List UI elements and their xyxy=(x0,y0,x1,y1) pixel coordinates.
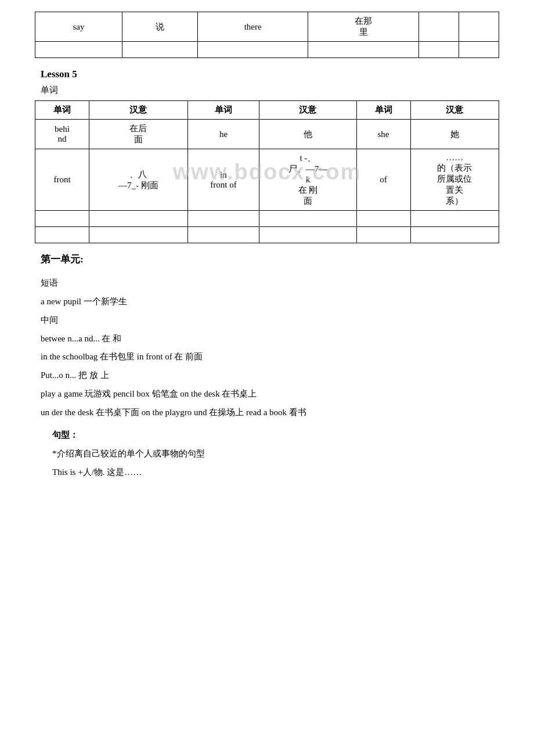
cell-empty2 xyxy=(459,12,499,42)
sentence-pattern-label: 句型： xyxy=(52,427,499,444)
vocab-row-empty2 xyxy=(35,227,499,243)
ve3 xyxy=(187,211,259,227)
phrase-6: play a game 玩游戏 pencil box 铅笔盒 on the de… xyxy=(41,386,499,402)
vocab-in-front-of: infront of xyxy=(187,149,259,211)
vocab-row-1: behind 在后面 he 他 she 她 xyxy=(35,120,499,149)
vocab-front-meaning: 、八—7_- 刚面 xyxy=(89,149,188,211)
header-meaning3: 汉意 xyxy=(410,101,499,120)
sentence-note-1: *介绍离自己较近的单个人或事物的句型 xyxy=(52,446,499,462)
cell-zaina: 在那里 xyxy=(308,12,419,42)
phrase-4: in the schoolbag 在书包里 in front of 在 前面 xyxy=(41,349,499,365)
unit-label-block: 第一单元: xyxy=(41,250,499,268)
ve2 xyxy=(89,211,188,227)
phrases-label: 短语 xyxy=(41,275,499,291)
vocab-row-2: front 、八—7_- 刚面 infront of t -、尸、—7—k在 刚… xyxy=(35,149,499,211)
phrase-5: Put...o n... 把 放 上 xyxy=(41,368,499,384)
cell-e5 xyxy=(419,42,459,58)
lesson-title: Lesson 5 xyxy=(41,69,499,80)
vocab-table-container: 单词 汉意 单词 汉意 单词 汉意 behind 在后面 he 他 she 她 … xyxy=(35,100,499,243)
phrase-1: a new pupil 一个新学生 xyxy=(41,294,499,310)
phrase-2: 中间 xyxy=(41,312,499,329)
table-row-empty xyxy=(35,42,499,58)
top-table: say 说 there 在那里 xyxy=(35,12,499,58)
header-word2: 单词 xyxy=(187,101,259,120)
vf6 xyxy=(410,227,499,243)
vocab-behind: behind xyxy=(35,120,89,149)
vf1 xyxy=(35,227,89,243)
vocab-front: front xyxy=(35,149,89,211)
phrase-7: un der the desk 在书桌下面 on the playgro und… xyxy=(41,405,499,421)
top-table-section: say 说 there 在那里 xyxy=(35,12,499,58)
header-meaning1: 汉意 xyxy=(89,101,188,120)
vocab-row-empty1 xyxy=(35,211,499,227)
ve4 xyxy=(259,211,356,227)
vf3 xyxy=(187,227,259,243)
vf4 xyxy=(259,227,356,243)
vocab-label: 单词 xyxy=(41,85,499,96)
ve6 xyxy=(410,211,499,227)
vocab-she: she xyxy=(356,120,410,149)
vocab-in-front-of-meaning: t -、尸、—7—k在 刚面 xyxy=(259,149,356,211)
sentence-note-2: This is +人/物. 这是…… xyxy=(52,465,499,481)
cell-e3 xyxy=(197,42,308,58)
ve5 xyxy=(356,211,410,227)
header-word3: 单词 xyxy=(356,101,410,120)
vocab-she-meaning: 她 xyxy=(410,120,499,149)
header-meaning2: 汉意 xyxy=(259,101,356,120)
cell-shuo: 说 xyxy=(122,12,198,42)
cell-e2 xyxy=(122,42,198,58)
vocab-behind-meaning: 在后面 xyxy=(89,120,188,149)
vf2 xyxy=(89,227,188,243)
vf5 xyxy=(356,227,410,243)
vocab-table: 单词 汉意 单词 汉意 单词 汉意 behind 在后面 he 他 she 她 … xyxy=(35,100,499,243)
cell-say: say xyxy=(35,12,122,42)
ve1 xyxy=(35,211,89,227)
sentence-pattern-section: 句型： *介绍离自己较近的单个人或事物的句型 This is +人/物. 这是…… xyxy=(52,427,499,480)
vocab-of-meaning: ……的（表示所属或位置关系） xyxy=(410,149,499,211)
vocab-he-meaning: 他 xyxy=(259,120,356,149)
cell-e4 xyxy=(308,42,419,58)
vocab-header-row: 单词 汉意 单词 汉意 单词 汉意 xyxy=(35,101,499,120)
vocab-he: he xyxy=(187,120,259,149)
cell-e1 xyxy=(35,42,122,58)
cell-empty1 xyxy=(419,12,459,42)
header-word1: 单词 xyxy=(35,101,89,120)
phrase-3: betwee n...a nd... 在 和 xyxy=(41,331,499,347)
cell-there: there xyxy=(197,12,308,42)
cell-e6 xyxy=(459,42,499,58)
vocab-of: of xyxy=(356,149,410,211)
unit-label: 第一单元: xyxy=(41,250,499,268)
phrases-section: 短语 a new pupil 一个新学生 中间 betwee n...a nd.… xyxy=(41,275,499,420)
table-row: say 说 there 在那里 xyxy=(35,12,499,42)
